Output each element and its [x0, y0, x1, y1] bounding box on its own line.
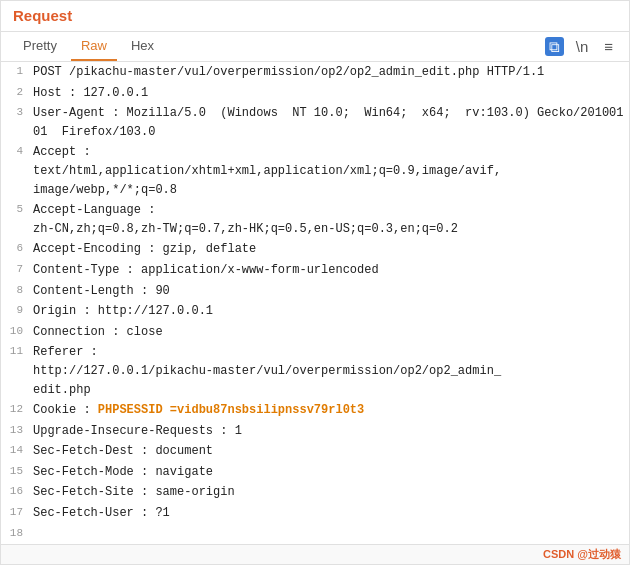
- line-content: Sec-Fetch-Dest : document: [29, 441, 629, 462]
- line-content: User-Agent : Mozilla/5.0 (Windows NT 10.…: [29, 103, 629, 142]
- table-row: 8Content-Length : 90: [1, 281, 629, 302]
- line-number: 5: [1, 200, 29, 219]
- table-row: 11Referer : http://127.0.0.1/pikachu-mas…: [1, 342, 629, 400]
- line-content: Host : 127.0.0.1: [29, 83, 629, 104]
- table-row: 17Sec-Fetch-User : ?1: [1, 503, 629, 524]
- line-number: 16: [1, 482, 29, 501]
- line-content: POST /pikachu-master/vul/overpermission/…: [29, 62, 629, 83]
- line-content: Sec-Fetch-Mode : navigate: [29, 462, 629, 483]
- table-row: 1POST /pikachu-master/vul/overpermission…: [1, 62, 629, 83]
- line-content: Upgrade-Insecure-Requests : 1: [29, 421, 629, 442]
- table-row: 10Connection : close: [1, 322, 629, 343]
- line-content: [29, 524, 629, 526]
- table-row: 4Accept : text/html,application/xhtml+xm…: [1, 142, 629, 200]
- line-number: 11: [1, 342, 29, 361]
- line-content: Sec-Fetch-User : ?1: [29, 503, 629, 524]
- line-number: 9: [1, 301, 29, 320]
- table-row: 3User-Agent : Mozilla/5.0 (Windows NT 10…: [1, 103, 629, 142]
- line-number: 12: [1, 400, 29, 419]
- line-content: Sec-Fetch-Site : same-origin: [29, 482, 629, 503]
- content-area: 1POST /pikachu-master/vul/overpermission…: [1, 62, 629, 544]
- table-row: 16Sec-Fetch-Site : same-origin: [1, 482, 629, 503]
- bottom-bar: CSDN @过动猿: [1, 544, 629, 564]
- table-row: 13Upgrade-Insecure-Requests : 1: [1, 421, 629, 442]
- table-row: 15Sec-Fetch-Mode : navigate: [1, 462, 629, 483]
- table-row: 9Origin : http://127.0.0.1: [1, 301, 629, 322]
- menu-icon[interactable]: ≡: [600, 37, 617, 56]
- line-content: Content-Length : 90: [29, 281, 629, 302]
- line-number: 4: [1, 142, 29, 161]
- panel-title: Request: [13, 7, 72, 24]
- tab-raw[interactable]: Raw: [71, 32, 117, 61]
- panel-header: Request: [1, 1, 629, 32]
- line-number: 7: [1, 260, 29, 279]
- bottom-bar-text: CSDN @过动猿: [543, 547, 621, 562]
- line-content: Content-Type : application/x-www-form-ur…: [29, 260, 629, 281]
- tab-icons: ⧉ \n ≡: [545, 37, 617, 56]
- table-row: 7Content-Type : application/x-www-form-u…: [1, 260, 629, 281]
- tab-hex[interactable]: Hex: [121, 32, 164, 61]
- line-number: 10: [1, 322, 29, 341]
- table-row: 6Accept-Encoding : gzip, deflate: [1, 239, 629, 260]
- copy-icon[interactable]: ⧉: [545, 37, 564, 56]
- line-number: 1: [1, 62, 29, 81]
- line-content: Referer : http://127.0.0.1/pikachu-maste…: [29, 342, 629, 400]
- table-row: 5Accept-Language : zh-CN,zh;q=0.8,zh-TW;…: [1, 200, 629, 239]
- line-content: Cookie : PHPSESSID =vidbu87nsbsilipnssv7…: [29, 400, 629, 421]
- request-panel: Request Pretty Raw Hex ⧉ \n ≡ 1POST /pik…: [0, 0, 630, 565]
- line-number: 17: [1, 503, 29, 522]
- line-number: 13: [1, 421, 29, 440]
- line-number: 3: [1, 103, 29, 122]
- line-number: 6: [1, 239, 29, 258]
- line-content: Accept : text/html,application/xhtml+xml…: [29, 142, 629, 200]
- wrap-icon[interactable]: \n: [572, 37, 593, 56]
- table-row: 2Host : 127.0.0.1: [1, 83, 629, 104]
- tab-pretty[interactable]: Pretty: [13, 32, 67, 61]
- line-content: Connection : close: [29, 322, 629, 343]
- line-content: Accept-Language : zh-CN,zh;q=0.8,zh-TW;q…: [29, 200, 629, 239]
- line-content: Accept-Encoding : gzip, deflate: [29, 239, 629, 260]
- table-row: 12Cookie : PHPSESSID =vidbu87nsbsilipnss…: [1, 400, 629, 421]
- line-content: Origin : http://127.0.0.1: [29, 301, 629, 322]
- line-number: 2: [1, 83, 29, 102]
- line-number: 8: [1, 281, 29, 300]
- tabs-row: Pretty Raw Hex ⧉ \n ≡: [1, 32, 629, 62]
- table-row: 14Sec-Fetch-Dest : document: [1, 441, 629, 462]
- line-number: 14: [1, 441, 29, 460]
- table-row: 18: [1, 524, 629, 543]
- line-number: 18: [1, 524, 29, 543]
- line-number: 15: [1, 462, 29, 481]
